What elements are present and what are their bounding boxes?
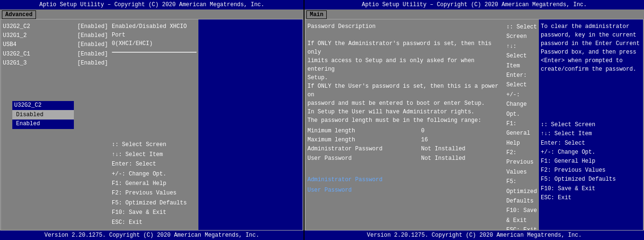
key-f1: F1: General Help <box>112 179 197 188</box>
left-content: U32G2_C2 [Enabled] U32G1_2 [Enabled] USB… <box>0 19 303 231</box>
item-name: U32G1_2 <box>3 31 27 40</box>
key-f2: F2: Previous Values <box>506 148 537 177</box>
key-f10: F10: Save & Exit <box>506 206 537 225</box>
key-enter-r: Enter: Select <box>541 139 641 148</box>
key-select-screen: ↕: Select Screen <box>112 140 197 149</box>
left-tab-bar: Advanced <box>0 9 304 19</box>
right-content: Password Description If ONLY the Adminis… <box>305 19 644 231</box>
left-footer: Version 2.20.1275. Copyright (C) 2020 Am… <box>0 231 304 240</box>
min-length-value: 0 <box>421 127 424 136</box>
key-select-screen-r: ↕: Select Screen <box>541 120 641 129</box>
key-change-opt-r: +/-: Change Opt. <box>541 148 641 157</box>
right-right-panel: To clear the administrator password, key… <box>539 19 643 230</box>
key-f2-r: F2: Previous Values <box>541 166 641 175</box>
dropdown-title: U32G2_C2 <box>12 101 74 111</box>
key-esc: ESC: Exit <box>506 225 537 231</box>
item-name: USB4 <box>3 40 17 49</box>
key-change-opt: +/-: Change Opt. <box>112 169 197 179</box>
key-f10-r: F10: Save & Exit <box>541 185 641 194</box>
user-pwd-value: Not Installed <box>421 154 465 163</box>
key-f1: F1: General Help <box>506 119 537 148</box>
right-keys: ↕: Select Screen ↑↓: Select Item Enter: … <box>506 22 537 231</box>
password-table: Minimum length 0 Maximum length 16 Admin… <box>307 127 502 163</box>
right-bios-screen: Aptio Setup Utility – Copyright (C) 2020… <box>304 0 644 240</box>
key-change-opt: +/-: Change Opt. <box>506 90 537 119</box>
left-bios-screen: Aptio Setup Utility – Copyright (C) 2020… <box>0 0 304 240</box>
min-length-label: Minimum length <box>307 127 421 136</box>
key-f5-r: F5: Optimized Defaults <box>541 175 641 184</box>
password-links: Administrator Password User Password <box>307 175 502 195</box>
user-password-link[interactable]: User Password <box>307 185 502 196</box>
left-center-panel: Enabled/Disabled XHCIO Port0(XHCI/EHCI) … <box>110 19 198 230</box>
user-pwd-label: User Password <box>307 154 421 163</box>
admin-pwd-label: Administrator Password <box>307 145 421 154</box>
right-footer: Version 2.20.1275. Copyright (C) 2020 Am… <box>304 231 644 240</box>
item-value: [Enabled] <box>77 50 108 59</box>
tab-advanced[interactable]: Advanced <box>2 10 36 19</box>
key-select-item: ↑↓: Select Item <box>112 150 197 159</box>
list-item[interactable]: USB4 [Enabled] <box>3 40 108 49</box>
key-enter: Enter: Select <box>506 71 537 90</box>
list-item[interactable]: U32G2_C1 [Enabled] <box>3 50 108 59</box>
left-help-text: Enabled/Disabled XHCIO Port0(XHCI/EHCI) <box>112 22 197 50</box>
item-value: [Enabled] <box>77 22 108 31</box>
item-name: U32G1_3 <box>3 59 27 68</box>
password-description: Password Description If ONLY the Adminis… <box>307 22 502 125</box>
key-esc-r: ESC: Exit <box>541 194 641 203</box>
left-keys: ↕: Select Screen ↑↓: Select Item Enter: … <box>112 140 197 227</box>
dropdown-option-enabled[interactable]: Enabled <box>12 120 74 129</box>
item-value: [Enabled] <box>77 59 108 68</box>
key-select-screen: ↕: Select Screen <box>506 22 537 42</box>
max-length-label: Maximum length <box>307 136 421 145</box>
item-name: U32G2_C2 <box>3 22 30 31</box>
key-enter: Enter: Select <box>112 159 197 169</box>
key-f2: F2: Previous Values <box>112 188 197 198</box>
key-select-item-r: ↑↓: Select Item <box>541 129 641 138</box>
list-item[interactable]: U32G1_3 [Enabled] <box>3 59 108 68</box>
max-length-value: 16 <box>421 136 428 145</box>
left-right-panel <box>198 19 303 230</box>
right-left-panel: Password Description If ONLY the Adminis… <box>305 19 504 230</box>
key-f1-r: F1: General Help <box>541 157 641 166</box>
key-f5: F5: Optimized Defaults <box>112 198 197 208</box>
tab-main[interactable]: Main <box>306 10 327 19</box>
key-f5: F5: Optimized Defaults <box>506 177 537 206</box>
dropdown-option-disabled[interactable]: Disabled <box>12 111 74 120</box>
item-value: [Enabled] <box>77 31 108 40</box>
list-item[interactable]: U32G2_C2 [Enabled] <box>3 22 108 31</box>
item-name: U32G2_C1 <box>3 50 30 59</box>
left-items-panel: U32G2_C2 [Enabled] U32G1_2 [Enabled] USB… <box>1 19 110 230</box>
left-title: Aptio Setup Utility – Copyright (C) 2020… <box>0 0 304 9</box>
key-esc: ESC: Exit <box>112 218 197 227</box>
dropdown-u32g2c2[interactable]: U32G2_C2 Disabled Enabled <box>12 101 74 129</box>
right-keys-section: ↕: Select Screen ↑↓: Select Item Enter: … <box>541 120 641 203</box>
right-help-text: To clear the administrator password, key… <box>541 22 641 74</box>
right-tab-bar: Main <box>304 9 644 19</box>
list-item[interactable]: U32G1_2 [Enabled] <box>3 31 108 40</box>
admin-pwd-value: Not Installed <box>421 145 465 154</box>
right-title: Aptio Setup Utility – Copyright (C) 2020… <box>304 0 644 9</box>
right-center-panel: ↕: Select Screen ↑↓: Select Item Enter: … <box>504 19 539 230</box>
key-select-item: ↑↓: Select Item <box>506 42 537 71</box>
item-value: [Enabled] <box>77 40 108 49</box>
admin-password-link[interactable]: Administrator Password <box>307 175 502 185</box>
key-f10: F10: Save & Exit <box>112 208 197 217</box>
